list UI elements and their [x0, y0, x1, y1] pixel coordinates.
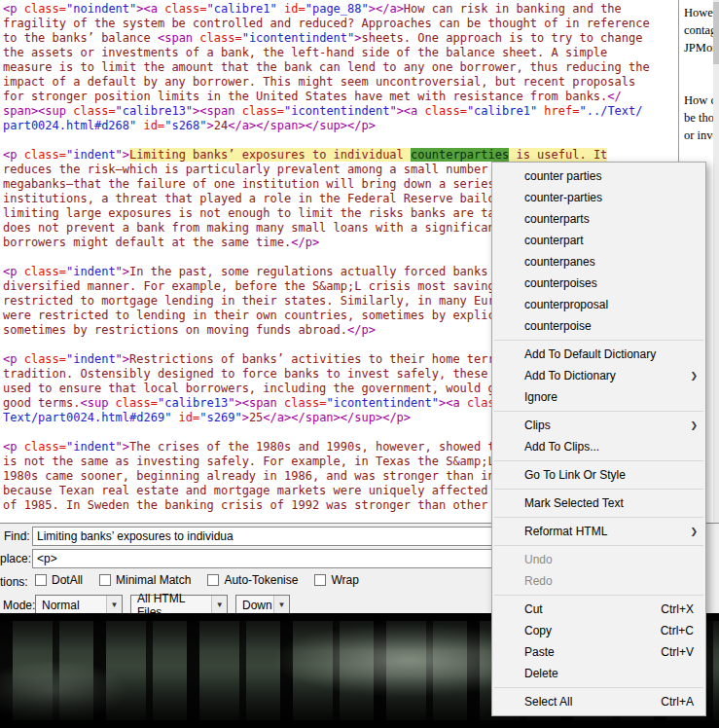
option-dotall: DotAll	[35, 573, 83, 587]
code-line: <p class="noindent"><a class="calibre1" …	[3, 2, 678, 17]
menu-separator	[494, 687, 703, 688]
menu-item-shortcut: Ctrl+V	[661, 645, 694, 659]
menu-item-counterpanes[interactable]: counterpanes	[492, 251, 705, 273]
code-line: part0024.html#d268" id="s268">24</a></sp…	[3, 119, 678, 133]
menu-item-delete[interactable]: Delete	[492, 663, 705, 684]
chevron-down-icon: ▼	[211, 596, 227, 614]
menu-item-shortcut: Ctrl+C	[661, 624, 694, 637]
menu-item-label: counterpart	[524, 234, 584, 247]
context-menu: counter partiescounter-partiescounterpar…	[491, 162, 706, 716]
checkbox-wrap-label: Wrap	[331, 573, 358, 587]
menu-item-label: Add To Clips...	[524, 440, 599, 454]
menu-item-label: Reformat HTML	[524, 525, 607, 538]
menu-item-counterpart[interactable]: counterpart	[492, 230, 705, 251]
menu-item-label: Select All	[524, 695, 572, 709]
menu-separator	[494, 545, 703, 546]
code-line: to the banks’ balance <span class="icont…	[3, 31, 678, 46]
code-line: span><sup class="calibre13"><span class=…	[3, 104, 678, 119]
checkbox-minimal-match-label: Minimal Match	[116, 573, 191, 587]
code-line	[3, 133, 678, 148]
mode-select[interactable]: Normal ▼	[35, 595, 123, 615]
checkbox-auto-tokenise[interactable]	[207, 574, 219, 586]
menu-item-ignore[interactable]: Ignore	[492, 386, 705, 408]
checkbox-wrap[interactable]	[314, 574, 326, 586]
menu-item-label: counterpoise	[524, 319, 592, 333]
menu-item-undo: Undo	[492, 549, 705, 570]
menu-separator	[494, 411, 703, 412]
code-line: for stronger position limits in the Unit…	[3, 90, 678, 104]
checkbox-dotall-label: DotAll	[52, 573, 83, 587]
menu-item-label: Ignore	[524, 390, 557, 404]
menu-item-label: Clips	[524, 419, 551, 432]
menu-item-label: counter parties	[524, 169, 601, 183]
chevron-down-icon: ▼	[106, 596, 122, 614]
option-minimal-match: Minimal Match	[99, 573, 191, 587]
code-line: impact of a default by any borrower. Thi…	[3, 75, 678, 90]
menu-item-select-all[interactable]: Select AllCtrl+A	[492, 691, 705, 712]
menu-item-add-to-clips[interactable]: Add To Clips...	[492, 436, 705, 457]
option-wrap: Wrap	[314, 573, 358, 587]
menu-separator	[494, 460, 703, 461]
code-line: fragility of the system be controlled an…	[3, 17, 678, 31]
menu-item-counterparts[interactable]: counterparts	[492, 208, 705, 230]
options-row: DotAll Minimal Match Auto-Tokenise Wrap	[35, 573, 359, 587]
menu-item-label: Redo	[524, 574, 553, 588]
menu-item-counterpoise[interactable]: counterpoise	[492, 315, 705, 337]
menu-item-label: counterpanes	[524, 255, 595, 269]
submenu-arrow-icon: ❯	[690, 420, 698, 430]
scrollbar-thumb[interactable]	[713, 2, 719, 64]
menu-item-mark-selected-text[interactable]: Mark Selected Text	[492, 492, 705, 514]
submenu-arrow-icon: ❯	[690, 371, 698, 381]
chevron-down-icon: ▼	[273, 596, 289, 614]
menu-item-label: Add To Default Dictionary	[524, 347, 656, 361]
replace-input[interactable]	[32, 549, 538, 568]
menu-item-counter-parties[interactable]: counter-parties	[492, 187, 705, 208]
menu-item-counterpoises[interactable]: counterpoises	[492, 273, 705, 294]
menu-item-label: Add To Dictionary	[524, 369, 616, 382]
menu-separator	[494, 595, 703, 596]
menu-separator	[494, 340, 703, 341]
menu-item-label: Undo	[524, 553, 553, 566]
files-select[interactable]: All HTML Files ▼	[130, 595, 228, 615]
mode-label: Mode:	[3, 599, 35, 612]
menu-item-clips[interactable]: Clips❯	[492, 415, 705, 436]
checkbox-auto-tokenise-label: Auto-Tokenise	[224, 573, 298, 587]
find-label: Find:	[4, 529, 30, 543]
menu-item-label: counter-parties	[524, 191, 602, 204]
menu-item-label: Cut	[524, 602, 543, 616]
menu-separator	[494, 489, 703, 490]
checkbox-dotall[interactable]	[35, 574, 47, 586]
option-auto-tokenise: Auto-Tokenise	[207, 573, 298, 587]
menu-item-redo: Redo	[492, 570, 705, 592]
menu-item-label: Delete	[524, 667, 558, 680]
preview-scrollbar[interactable]	[713, 0, 719, 523]
editor-window: <p class="noindent"><a class="calibre1" …	[0, 0, 719, 728]
menu-item-label: Go To Link Or Style	[524, 468, 626, 482]
code-line: the assets or investments of a bank, the…	[3, 46, 678, 60]
menu-item-label: counterproposal	[524, 298, 608, 311]
direction-select-value: Down	[242, 599, 272, 612]
menu-item-label: counterparts	[524, 212, 590, 226]
menu-item-shortcut: Ctrl+X	[661, 602, 694, 616]
menu-item-add-to-dictionary[interactable]: Add To Dictionary❯	[492, 365, 705, 386]
direction-select[interactable]: Down ▼	[235, 595, 290, 615]
menu-item-label: counterpoises	[524, 276, 597, 290]
options-label: tions:	[0, 575, 28, 589]
menu-separator	[494, 517, 703, 518]
menu-item-copy[interactable]: CopyCtrl+C	[492, 620, 705, 641]
code-line: <p class="indent">Limiting banks’ exposu…	[3, 148, 678, 163]
menu-item-add-to-default-dictionary[interactable]: Add To Default Dictionary	[492, 344, 705, 365]
find-input[interactable]	[32, 527, 538, 546]
menu-item-reformat-html[interactable]: Reformat HTML❯	[492, 521, 705, 542]
mode-select-value: Normal	[42, 599, 80, 612]
code-line: measure is to limit the amount that the …	[3, 60, 678, 75]
checkbox-minimal-match[interactable]	[99, 574, 111, 586]
menu-item-label: Mark Selected Text	[524, 496, 624, 510]
menu-item-counterproposal[interactable]: counterproposal	[492, 294, 705, 315]
menu-item-label: Copy	[524, 624, 552, 637]
menu-item-paste[interactable]: PasteCtrl+V	[492, 641, 705, 663]
menu-item-go-to-link-or-style[interactable]: Go To Link Or Style	[492, 464, 705, 486]
menu-item-cut[interactable]: CutCtrl+X	[492, 599, 705, 620]
menu-item-counter-parties[interactable]: counter parties	[492, 165, 705, 187]
replace-label: place:	[0, 552, 31, 565]
